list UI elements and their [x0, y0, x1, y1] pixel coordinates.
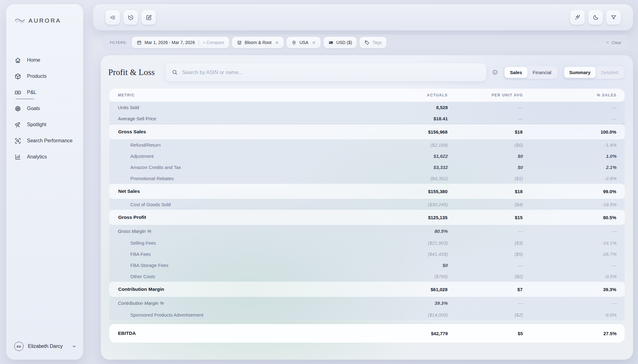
pct-sales-value: —: [523, 116, 617, 121]
edit-button[interactable]: [142, 10, 156, 24]
sidebar-item-analytics[interactable]: Analytics: [6, 149, 83, 165]
pct-sales-value: —: [523, 105, 617, 110]
metric-row-gross-sales[interactable]: Gross Sales$156,968$18100.0%: [109, 124, 625, 139]
metric-row-contribution-margin[interactable]: Contribution Margin$61,028$739.3%: [109, 282, 625, 297]
metric-label: Cost of Goods Sold: [118, 202, 373, 207]
info-icon[interactable]: [492, 69, 498, 75]
filter-button[interactable]: [606, 10, 621, 24]
sidebar-item-spotlight[interactable]: Spotlight: [6, 117, 83, 133]
ebitda-group: EBITDA$42,779$527.5%: [109, 324, 625, 343]
metric-row-fba-fees: FBA Fees($41,439)($5)-26.7%: [109, 248, 625, 260]
search-input[interactable]: [182, 69, 480, 76]
sidebar-item-p-l[interactable]: P&L: [6, 84, 83, 100]
table-header-row: METRICACTUALSPER UNIT AVG% SALES: [109, 89, 625, 102]
telescope-icon: [14, 121, 21, 128]
toggle-summary[interactable]: Summary: [564, 67, 596, 78]
filter-chip-tags[interactable]: Tags: [360, 37, 386, 48]
metric-group: Contribution Margin %39.3%——Sponsored Pr…: [109, 297, 625, 320]
pct-sales-value: -14.1%: [523, 240, 617, 246]
actuals-value: 8,528: [373, 105, 448, 110]
metric-row-net-sales[interactable]: Net Sales$155,380$1899.0%: [109, 184, 625, 199]
sparkles-button[interactable]: [570, 10, 585, 24]
sidebar-item-search-performance[interactable]: Search Performance: [6, 133, 83, 149]
metric-label: Selling Fees: [118, 240, 373, 246]
toggle-sales[interactable]: Sales: [505, 67, 527, 78]
chevron-down-icon: [71, 344, 77, 349]
actuals-value: ($14,009): [373, 312, 448, 317]
per-unit-value: ($0): [448, 142, 523, 148]
metric-row-other-costs: Other Costs($766)($0)-0.5%: [109, 271, 625, 282]
content-header: Profit & Loss SalesFinancial SummaryDeta…: [101, 55, 633, 81]
actuals-value: $1,622: [373, 153, 448, 159]
metric-label: Refund/Return: [118, 142, 373, 148]
mode-toggle: SummaryDetailed: [563, 66, 624, 79]
metric-group: Gross Margin %80.5%——Selling Fees($21,90…: [109, 225, 625, 282]
history-button[interactable]: [124, 10, 138, 24]
section-group: Gross Sales$156,968$18100.0%: [109, 124, 625, 139]
actuals-value: $156,968: [372, 129, 447, 135]
search-box[interactable]: [165, 63, 487, 81]
metric-label: Average Sell Price: [118, 116, 373, 121]
remove-filter-icon[interactable]: [312, 41, 316, 45]
column-header-per-unit-avg: PER UNIT AVG: [448, 93, 523, 97]
toggle-financial[interactable]: Financial: [528, 67, 557, 78]
toggle-detailed[interactable]: Detailed: [596, 67, 623, 78]
user-menu[interactable]: ED Elizabeth Darcy: [14, 342, 77, 351]
remove-filter-icon[interactable]: [275, 41, 279, 45]
actuals-value: ($766): [373, 274, 448, 279]
actuals-value: $125,135: [372, 215, 447, 220]
scan-search-icon: [14, 137, 21, 144]
dark-mode-moon-button[interactable]: [588, 10, 603, 24]
bar-chart-icon: [14, 153, 21, 161]
sidebar-item-home[interactable]: Home: [6, 52, 83, 68]
pct-sales-value: 39.3%: [523, 287, 616, 292]
wave-icon: [14, 17, 25, 25]
per-unit-value: —: [448, 105, 523, 110]
metric-row-units-sold: Units Sold8,528——: [109, 102, 625, 113]
pct-sales-value: -1.4%: [523, 142, 617, 148]
pct-sales-value: 2.1%: [523, 165, 617, 170]
sparkles-icon: [574, 14, 581, 21]
per-unit-value: $18: [447, 129, 523, 135]
pct-sales-value: —: [523, 229, 617, 234]
calendar-icon: [137, 40, 142, 45]
compare-button[interactable]: + Compare: [203, 40, 224, 45]
metric-label: Amazon Credits and Tax: [118, 165, 373, 170]
filter-chip-usa[interactable]: USA: [287, 37, 321, 48]
chip-label: USA: [299, 40, 308, 45]
main-area: FILTERS: Mar 1, 2026 - Mar 7, 2026+ Comp…: [93, 0, 633, 364]
chip-divider: [199, 40, 199, 45]
per-unit-value: ($1): [448, 176, 523, 181]
actuals-value: $155,380: [372, 189, 447, 194]
history-icon: [128, 14, 134, 21]
filter-chip-bloom-root[interactable]: Bloom & Root: [232, 37, 284, 48]
search-icon: [172, 69, 178, 75]
sidebar: AURORA HomeProductsP&LGoalsSpotlightSear…: [6, 4, 83, 360]
metric-row-selling-fees: Selling Fees($21,903)($3)-14.1%: [109, 237, 625, 248]
sidebar-item-products[interactable]: Products: [6, 68, 83, 84]
actuals-value: 80.5%: [373, 229, 448, 234]
metric-row-contribution-margin: Contribution Margin %39.3%——: [109, 297, 625, 309]
pct-sales-value: -19.5%: [523, 202, 617, 207]
clear-filters-button[interactable]: Clear: [606, 40, 621, 45]
pct-sales-value: —: [523, 263, 617, 268]
metric-group: Refund/Return($2,189)($0)-1.4%Adjustment…: [109, 139, 625, 184]
section-group: Contribution Margin$61,028$739.3%: [109, 282, 625, 297]
metric-row-average-sell-price: Average Sell Price$18.41——: [109, 113, 625, 124]
metric-row-gross-profit[interactable]: Gross Profit$125,135$1580.5%: [109, 210, 625, 225]
page-title: Profit & Loss: [108, 68, 155, 77]
filter-chip-mar-1-2026-mar-7-2026[interactable]: Mar 1, 2026 - Mar 7, 2026+ Compare: [132, 37, 229, 48]
sidebar-item-goals[interactable]: Goals: [6, 100, 83, 117]
pct-sales-value: —: [523, 300, 617, 306]
filter-chip-usd[interactable]: USD ($): [324, 37, 357, 48]
metric-label: Gross Margin %: [118, 229, 373, 234]
content-card: Profit & Loss SalesFinancial SummaryDeta…: [101, 55, 633, 360]
collapse-sidebar-button[interactable]: [106, 10, 120, 24]
metric-row-ebitda[interactable]: EBITDA$42,779$527.5%: [109, 324, 625, 343]
actuals-value: ($30,245): [373, 202, 448, 207]
pct-sales-value: -26.7%: [523, 251, 617, 257]
per-unit-value: —: [448, 229, 523, 234]
target-icon: [14, 105, 21, 112]
pct-sales-value: 99.0%: [523, 189, 616, 194]
sidebar-item-label: P&L: [27, 90, 36, 95]
